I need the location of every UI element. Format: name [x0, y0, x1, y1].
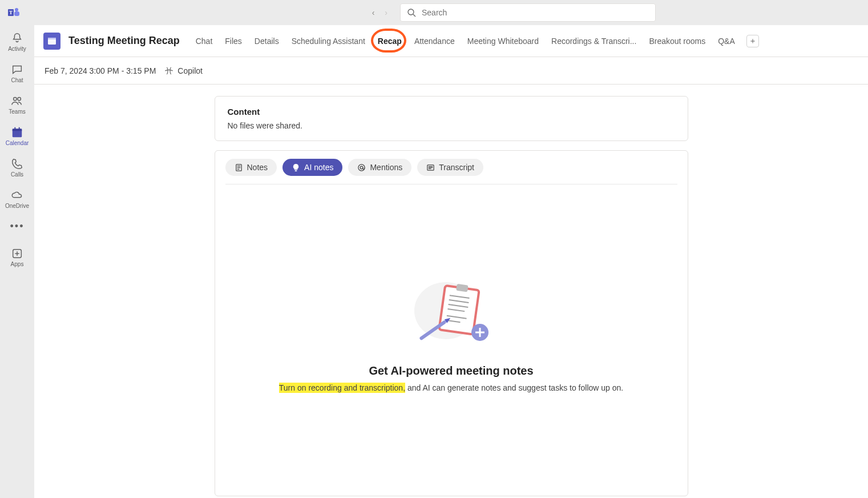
app-rail: Activity Chat Teams Calendar Calls OneDr…	[0, 25, 34, 498]
search-box[interactable]	[400, 3, 656, 22]
content-area: Content No files were shared. Notes AI n…	[34, 85, 868, 498]
tab-chat[interactable]: Chat	[195, 34, 214, 48]
content-card: Content No files were shared.	[215, 96, 688, 141]
sidebar-item-label: Chat	[11, 77, 23, 83]
tab-qa[interactable]: Q&A	[717, 34, 736, 48]
svg-point-6	[14, 98, 17, 101]
tab-breakout-rooms[interactable]: Breakout rooms	[648, 34, 706, 48]
tab-scheduling-assistant[interactable]: Scheduling Assistant	[290, 34, 366, 48]
sidebar-item-label: Calls	[11, 171, 23, 178]
calendar-icon	[11, 126, 23, 139]
svg-point-4	[408, 9, 414, 15]
tab-details[interactable]: Details	[253, 34, 280, 48]
empty-state-rest: and AI can generate notes and suggest ta…	[405, 383, 623, 392]
svg-rect-16	[48, 38, 56, 39]
cloud-icon	[11, 189, 23, 202]
pill-label: Notes	[247, 163, 268, 172]
svg-line-5	[413, 14, 415, 17]
ai-notes-empty-state: Get AI-powered meeting notes Turn on rec…	[225, 184, 677, 496]
empty-state-title: Get AI-powered meeting notes	[369, 364, 533, 377]
clipboard-illustration	[411, 276, 491, 351]
pill-notes[interactable]: Notes	[225, 159, 277, 176]
meeting-tabbar: Testing Meeting Recap Chat Files Details…	[34, 25, 868, 57]
sidebar-item-label: Teams	[9, 109, 25, 115]
copilot-label: Copilot	[177, 66, 203, 75]
svg-rect-10	[14, 127, 15, 130]
ai-notes-card: Notes AI notes Mentions Transcript	[215, 150, 688, 496]
svg-point-23	[361, 166, 364, 169]
back-button[interactable]: ‹	[372, 8, 375, 17]
content-card-message: No files were shared.	[228, 121, 675, 130]
main-pane: Testing Meeting Recap Chat Files Details…	[34, 25, 868, 498]
content-card-title: Content	[228, 107, 675, 117]
plus-icon: ＋	[749, 36, 757, 46]
sidebar-item-onedrive[interactable]: OneDrive	[1, 187, 33, 211]
meeting-tabs: Chat Files Details Scheduling Assistant …	[195, 34, 759, 48]
forward-button[interactable]: ›	[385, 8, 387, 17]
phone-icon	[11, 158, 23, 170]
svg-rect-11	[19, 127, 20, 130]
pill-label: Transcript	[439, 163, 474, 172]
pill-mentions[interactable]: Mentions	[348, 159, 411, 176]
tab-recap[interactable]: Recap	[377, 34, 403, 48]
bell-icon	[11, 32, 23, 45]
ai-bulb-icon	[292, 163, 300, 172]
sidebar-item-more[interactable]: •••	[1, 218, 33, 235]
meeting-datetime: Feb 7, 2024 3:00 PM - 3:15 PM	[45, 66, 156, 75]
copilot-icon	[164, 66, 174, 76]
empty-state-highlight: Turn on recording and transcription,	[279, 383, 405, 393]
transcript-icon	[426, 163, 435, 172]
svg-rect-9	[13, 129, 22, 131]
nav-arrows: ‹ ›	[372, 8, 387, 17]
sidebar-item-apps[interactable]: Apps	[1, 245, 33, 270]
apps-plus-icon	[11, 247, 23, 260]
sidebar-item-label: Apps	[11, 261, 24, 267]
search-icon	[407, 8, 416, 17]
more-icon: •••	[10, 220, 25, 232]
people-icon	[11, 95, 23, 107]
sidebar-item-label: OneDrive	[5, 203, 29, 209]
pill-label: Mentions	[370, 163, 402, 172]
notes-icon	[235, 163, 243, 172]
sidebar-item-chat[interactable]: Chat	[1, 61, 33, 86]
pill-transcript[interactable]: Transcript	[417, 159, 483, 176]
meeting-subbar: Feb 7, 2024 3:00 PM - 3:15 PM Copilot	[34, 57, 868, 85]
sidebar-item-activity[interactable]: Activity	[1, 30, 33, 54]
search-input[interactable]	[422, 8, 649, 17]
meeting-badge-icon	[43, 33, 60, 50]
sidebar-item-calls[interactable]: Calls	[1, 155, 33, 180]
add-tab-button[interactable]: ＋	[746, 35, 759, 47]
svg-rect-3	[14, 11, 19, 16]
pill-ai-notes[interactable]: AI notes	[282, 159, 342, 176]
tab-meeting-whiteboard[interactable]: Meeting Whiteboard	[466, 34, 540, 48]
svg-point-2	[15, 8, 18, 11]
tab-attendance[interactable]: Attendance	[413, 34, 456, 48]
empty-state-description: Turn on recording and transcription, and…	[279, 383, 623, 392]
sidebar-item-teams[interactable]: Teams	[1, 93, 33, 117]
svg-point-7	[18, 98, 21, 101]
svg-text:T: T	[9, 10, 13, 15]
notes-pillbar: Notes AI notes Mentions Transcript	[225, 159, 677, 176]
svg-point-22	[358, 164, 365, 170]
tab-recordings-transcripts[interactable]: Recordings & Transcri...	[550, 34, 637, 48]
sidebar-item-label: Calendar	[6, 140, 29, 146]
teams-logo-icon: T	[7, 6, 21, 19]
chat-icon	[11, 63, 23, 76]
pill-label: AI notes	[304, 163, 333, 172]
sidebar-item-label: Activity	[8, 46, 26, 52]
mention-icon	[357, 163, 366, 172]
tab-recap-label: Recap	[378, 37, 402, 46]
titlebar: T ‹ ›	[0, 0, 868, 25]
svg-rect-21	[295, 170, 297, 171]
svg-rect-29	[439, 286, 479, 335]
copilot-button[interactable]: Copilot	[164, 66, 203, 76]
sidebar-item-calendar[interactable]: Calendar	[1, 124, 33, 148]
tab-files[interactable]: Files	[224, 34, 243, 48]
meeting-title: Testing Meeting Recap	[68, 35, 180, 47]
